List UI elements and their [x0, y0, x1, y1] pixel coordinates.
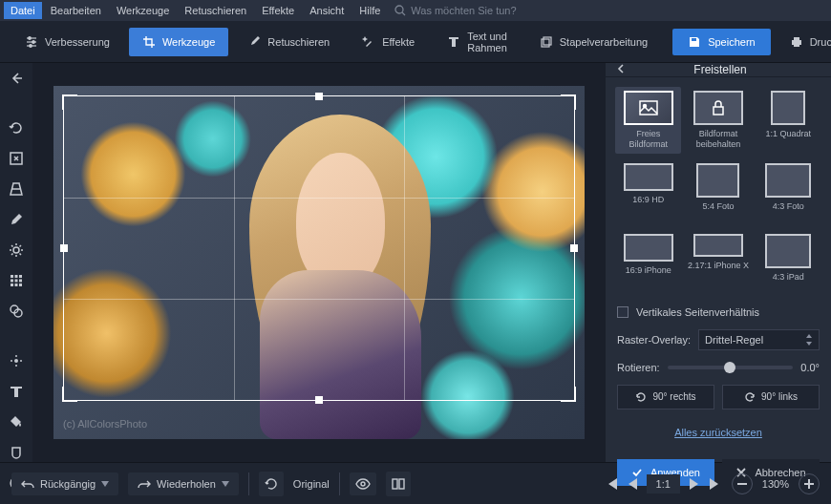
- aspect-grid: Freies BildformatBildformat beibehalten1…: [606, 77, 831, 301]
- svg-rect-17: [19, 280, 22, 283]
- search-icon: [394, 5, 406, 16]
- crop-handle-l[interactable]: [60, 244, 68, 252]
- toolbar: Verbesserung Werkzeuge Retuschieren Effe…: [0, 21, 831, 63]
- revert-button[interactable]: [259, 472, 284, 496]
- original-label: Original: [293, 478, 330, 490]
- menu-werkzeuge[interactable]: Werkzeuge: [110, 2, 176, 19]
- nav-first-icon[interactable]: [605, 478, 618, 490]
- aspect-option[interactable]: 5:4 Foto: [685, 159, 751, 224]
- svg-rect-13: [15, 275, 18, 278]
- crop-handle-r[interactable]: [570, 244, 578, 252]
- vertical-checkbox[interactable]: [617, 306, 629, 318]
- aspect-label: 1:1 Quadrat: [766, 129, 812, 148]
- text-tool-icon[interactable]: [8, 384, 25, 399]
- menu-datei[interactable]: Datei: [4, 2, 42, 19]
- redo-icon: [138, 479, 151, 489]
- aspect-option[interactable]: 4:3 iPad: [756, 230, 821, 295]
- svg-rect-15: [11, 280, 13, 283]
- svg-rect-34: [393, 479, 397, 489]
- crop-frame[interactable]: [63, 95, 575, 401]
- aspect-option[interactable]: 2.17:1 iPhone X: [685, 230, 751, 295]
- menubar-search[interactable]: Was möchten Sie tun?: [394, 5, 516, 16]
- tab-retuschieren[interactable]: Retuschieren: [234, 28, 343, 56]
- menu-retuschieren[interactable]: Retuschieren: [178, 2, 253, 19]
- svg-point-7: [30, 44, 32, 47]
- aspect-label: 4:3 iPad: [773, 272, 804, 291]
- crop-handle-bl[interactable]: [62, 387, 77, 402]
- aspect-label: 5:4 Foto: [702, 201, 734, 220]
- zoom-out-button[interactable]: [732, 473, 753, 494]
- grid-icon[interactable]: [8, 273, 25, 288]
- rotate-value: 0.0°: [800, 362, 820, 373]
- panel-back-icon[interactable]: [615, 63, 627, 76]
- svg-rect-20: [19, 284, 22, 286]
- vignette-icon[interactable]: [8, 353, 25, 368]
- rotate-slider[interactable]: [668, 366, 794, 369]
- menu-bearbeiten[interactable]: Bearbeiten: [44, 2, 108, 19]
- svg-rect-30: [640, 101, 657, 115]
- face-icon[interactable]: [8, 445, 25, 460]
- crop-handle-tr[interactable]: [561, 94, 576, 110]
- aspect-option[interactable]: 1:1 Quadrat: [756, 87, 821, 154]
- aspect-label: 2.17:1 iPhone X: [688, 261, 749, 280]
- brightness-icon[interactable]: [8, 242, 25, 258]
- aspect-option[interactable]: Bildformat beibehalten: [685, 87, 751, 154]
- zoom-in-button[interactable]: [799, 473, 820, 494]
- preview-button[interactable]: [350, 472, 376, 495]
- rotate-right-button[interactable]: 90° rechts: [617, 385, 714, 410]
- save-button[interactable]: Speichern: [672, 29, 771, 55]
- undo-button[interactable]: Rückgängig: [11, 472, 118, 495]
- svg-point-23: [14, 359, 18, 363]
- fit-label[interactable]: 1:1: [647, 474, 680, 494]
- crop-handle-br[interactable]: [561, 387, 576, 402]
- crop-handle-tl[interactable]: [62, 94, 77, 110]
- back-arrow-icon[interactable]: [8, 71, 25, 86]
- tab-effekte[interactable]: Effekte: [349, 28, 428, 56]
- compare-button[interactable]: [386, 472, 411, 496]
- svg-point-11: [13, 247, 19, 253]
- nav-last-icon[interactable]: [709, 478, 722, 490]
- menu-hilfe[interactable]: Hilfe: [352, 2, 387, 19]
- perspective-icon[interactable]: [8, 181, 25, 197]
- tab-werkzeuge[interactable]: Werkzeuge: [129, 28, 228, 56]
- svg-point-24: [15, 355, 17, 357]
- overlay-icon[interactable]: [8, 304, 25, 319]
- aspect-option[interactable]: Freies Bildformat: [615, 87, 681, 154]
- save-icon: [688, 35, 701, 49]
- paint-icon[interactable]: [8, 212, 25, 227]
- overlay-select[interactable]: Drittel-Regel: [698, 329, 820, 350]
- crop-handle-b[interactable]: [315, 396, 323, 404]
- aspect-label: 4:3 Foto: [773, 201, 804, 220]
- canvas-area[interactable]: (c) AllColorsPhoto: [32, 63, 606, 462]
- nav-prev-icon[interactable]: [628, 478, 637, 490]
- svg-rect-32: [714, 107, 723, 115]
- menu-ansicht[interactable]: Ansicht: [303, 2, 351, 19]
- reset-link[interactable]: Alles zurücksetzen: [674, 427, 762, 438]
- chevron-down-icon: [222, 481, 229, 487]
- tab-text[interactable]: Text und Rahmen: [434, 23, 521, 61]
- redo-button[interactable]: Wiederholen: [128, 472, 239, 495]
- print-button[interactable]: Drucken: [777, 29, 831, 55]
- menu-effekte[interactable]: Effekte: [255, 2, 301, 19]
- crop-icon: [142, 35, 156, 49]
- vertical-label: Vertikales Seitenverhältnis: [636, 306, 759, 318]
- crop-handle-t[interactable]: [315, 93, 323, 100]
- svg-rect-12: [11, 275, 13, 278]
- tab-verbesserung[interactable]: Verbesserung: [11, 28, 123, 56]
- svg-rect-38: [804, 483, 814, 485]
- svg-point-27: [20, 360, 22, 362]
- tab-batch[interactable]: Stapelverarbeitung: [526, 28, 661, 56]
- bucket-icon[interactable]: [8, 414, 25, 430]
- zoom-level: 130%: [762, 478, 789, 490]
- aspect-label: Freies Bildformat: [617, 129, 679, 150]
- aspect-option[interactable]: 4:3 Foto: [756, 159, 821, 224]
- rotate-crop-icon[interactable]: [8, 120, 25, 136]
- print-icon: [790, 35, 803, 49]
- aspect-option[interactable]: 16:9 HD: [615, 159, 681, 224]
- rotate-left-button[interactable]: 90° links: [722, 385, 820, 410]
- nav-next-icon[interactable]: [690, 478, 699, 490]
- stack-icon: [540, 35, 553, 49]
- resize-icon[interactable]: [8, 151, 25, 166]
- updown-icon: [805, 334, 813, 346]
- aspect-option[interactable]: 16:9 iPhone: [615, 230, 681, 295]
